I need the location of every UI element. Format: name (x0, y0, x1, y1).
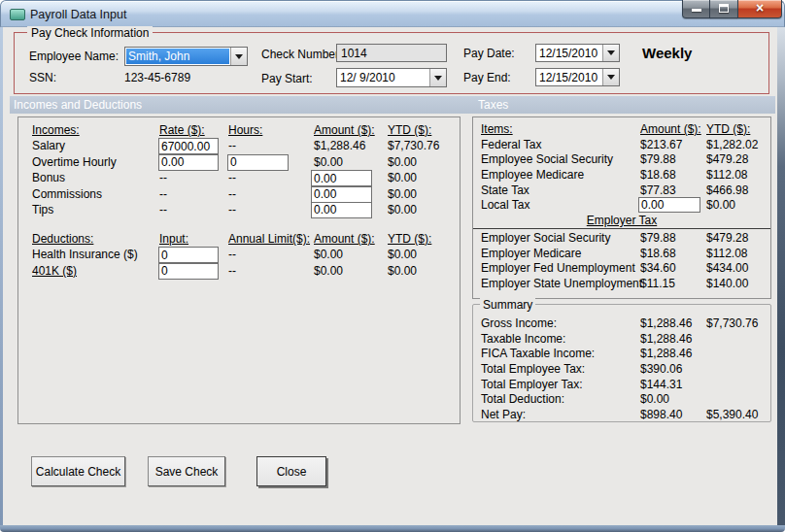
amount-value: $0.00 (640, 392, 669, 406)
deductions-table: Deductions: Input: Annual Limit($): Amou… (18, 232, 460, 280)
amount-value: $0.00 (314, 264, 343, 278)
taxes-table: Items: Amount ($): YTD ($): Federal Tax … (473, 122, 770, 292)
bonus-amount-input[interactable] (311, 170, 372, 186)
incomes-section-header: Incomes and Deductions (14, 98, 142, 112)
rate-value: -- (159, 203, 167, 216)
amount-col-header: Amount ($): (640, 122, 701, 136)
row-label: Employee Medicare (481, 168, 584, 182)
window-controls: × (682, 0, 782, 18)
maximize-icon (719, 4, 729, 13)
summary-row-net-pay: Net Pay: $898.40 $5,390.40 (473, 408, 770, 423)
employee-name-dropdown-button[interactable] (230, 48, 247, 65)
overtime-rate-input[interactable] (158, 154, 219, 171)
commissions-amount-input[interactable] (311, 186, 372, 203)
tax-row-state: State Tax $77.83 $466.98 (473, 183, 770, 199)
ytd-value: $479.28 (706, 231, 748, 245)
income-row-tips: Tips -- -- $0.00 (18, 203, 460, 218)
items-col-header: Items: (481, 122, 513, 136)
chevron-down-icon (235, 54, 243, 59)
chevron-down-icon (434, 76, 442, 81)
incomes-header-row: Incomes: Rate ($): Hours: Amount ($): YT… (18, 123, 460, 139)
ytd-value: $0.00 (706, 198, 735, 212)
row-label: Employer Fed Unemployment (481, 261, 635, 275)
pay-end-label: Pay End: (463, 71, 511, 84)
pay-date-combobox[interactable]: 12/15/2010 (535, 44, 620, 62)
annual-limit-col-header: Annual Limit($): (228, 232, 310, 246)
amount-col-header: Amount ($): (314, 123, 375, 137)
income-row-salary: Salary -- $1,288.46 $7,730.76 (18, 139, 460, 154)
health-insurance-input[interactable] (158, 247, 219, 263)
pay-start-combobox[interactable]: 12/ 9/2010 (336, 68, 447, 87)
hours-value: -- (228, 171, 236, 184)
app-icon (10, 9, 25, 20)
ytd-col-header: YTD ($): (388, 123, 431, 137)
incomes-deductions-panel: Incomes: Rate ($): Hours: Amount ($): YT… (17, 116, 461, 424)
ytd-value: $5,390.40 (706, 408, 758, 421)
ytd-value: $434.00 (706, 261, 748, 275)
ytd-value: $466.98 (706, 183, 748, 197)
amount-value: $79.88 (640, 152, 676, 166)
ytd-value: $140.00 (706, 277, 748, 290)
annual-limit-value: -- (228, 248, 236, 261)
row-label: Employer Medicare (481, 247, 581, 260)
row-label: State Tax (481, 183, 529, 197)
ytd-value: $0.00 (388, 248, 417, 261)
employer-tax-divider-label: Employer Tax (587, 214, 657, 227)
amount-col-header: Amount ($): (314, 232, 375, 246)
row-label: Salary (32, 139, 65, 152)
employer-tax-divider: Employer Tax (473, 214, 770, 229)
amount-value: $390.06 (640, 362, 682, 376)
check-number-input[interactable] (336, 44, 447, 62)
close-window-button[interactable]: × (737, 0, 782, 18)
local-tax-input[interactable] (638, 197, 700, 213)
summary-row-taxable: Taxable Income: $1,288.46 (473, 332, 770, 348)
ssn-value: 123-45-6789 (124, 71, 190, 84)
row-label: Health Insurance ($) (32, 248, 138, 261)
title-bar[interactable]: Payroll Data Input (0, 0, 785, 27)
ytd-value: $0.00 (388, 171, 417, 184)
row-label: Employer State Unemployment (481, 277, 642, 290)
employee-name-combobox[interactable]: Smith, John (124, 47, 248, 66)
row-label: Commissions (32, 187, 102, 201)
amount-value: $0.00 (314, 248, 343, 261)
row-label: Net Pay: (481, 408, 526, 421)
payroll-window: Payroll Data Input × Pay Check Informati… (0, 0, 785, 532)
amount-value: $144.31 (640, 378, 682, 391)
overtime-hours-input[interactable] (227, 154, 289, 171)
tips-amount-input[interactable] (311, 202, 372, 218)
401k-input[interactable] (158, 263, 219, 280)
salary-rate-input[interactable] (158, 138, 219, 154)
window-border-bottom (0, 525, 785, 532)
summary-row-gross: Gross Income: $1,288.46 $7,730.76 (473, 316, 770, 332)
chevron-down-icon (607, 50, 615, 55)
save-check-button[interactable]: Save Check (148, 456, 225, 486)
pay-date-dropdown-button[interactable] (602, 45, 619, 61)
income-row-commissions: Commissions -- -- $0.00 (18, 187, 460, 203)
amount-value: $34.60 (640, 261, 676, 275)
amount-value: $18.68 (640, 247, 676, 260)
pay-end-combobox[interactable]: 12/15/2010 (535, 68, 620, 86)
summary-row-fica: FICA Taxable Income: $1,288.46 (473, 347, 770, 362)
row-label: Total Employer Tax: (481, 378, 583, 391)
pay-end-dropdown-button[interactable] (602, 69, 619, 85)
close-button[interactable]: Close (256, 456, 326, 486)
deductions-header-row: Deductions: Input: Annual Limit($): Amou… (18, 232, 460, 248)
amount-value: $11.15 (640, 277, 675, 290)
summary-row-total-deduction: Total Deduction: $0.00 (473, 392, 770, 408)
calculate-check-button[interactable]: Calculate Check (31, 456, 125, 486)
ytd-value: $112.08 (706, 247, 748, 260)
pay-date-value: 12/15/2010 (536, 45, 602, 61)
window-border-right (777, 27, 785, 525)
amount-value: $79.88 (640, 231, 676, 245)
ytd-value: $479.28 (706, 152, 748, 166)
row-label: Bonus (32, 171, 65, 184)
amount-value: $1,288.46 (640, 347, 692, 360)
minimize-button[interactable] (682, 0, 710, 18)
maximize-button[interactable] (710, 0, 737, 18)
row-label: Employer Social Security (481, 231, 610, 245)
pay-start-dropdown-button[interactable] (429, 69, 446, 86)
pay-frequency-label: Weekly (642, 45, 692, 61)
window-title: Payroll Data Input (30, 8, 126, 21)
ytd-col-header: YTD ($): (388, 232, 431, 246)
tax-row-employee-ss: Employee Social Security $79.88 $479.28 (473, 152, 770, 168)
